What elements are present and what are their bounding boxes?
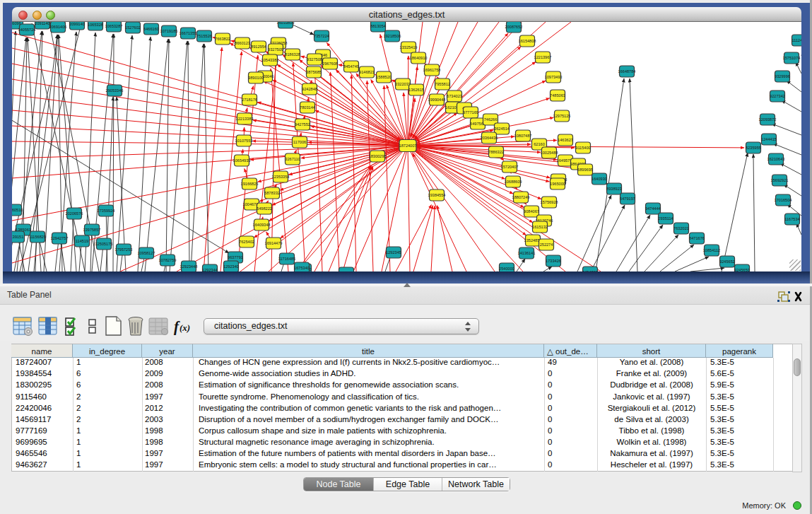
svg-text:2718176: 2718176 [242, 98, 257, 102]
svg-text:1292344: 1292344 [202, 268, 218, 271]
svg-text:6466160: 6466160 [143, 27, 159, 31]
svg-text:1463627: 1463627 [558, 138, 573, 142]
svg-text:7803144: 7803144 [300, 105, 315, 110]
svg-text:26160510: 26160510 [12, 208, 23, 212]
svg-text:1675340: 1675340 [294, 266, 310, 270]
svg-text:29053346: 29053346 [106, 88, 124, 93]
svg-text:19990448: 19990448 [428, 98, 446, 102]
svg-text:1588520: 1588520 [376, 75, 392, 79]
svg-text:9242848: 9242848 [302, 87, 317, 91]
svg-text:7886322: 7886322 [488, 150, 504, 154]
svg-text:15720407: 15720407 [501, 165, 519, 169]
svg-text:17359924: 17359924 [98, 209, 115, 213]
svg-text:9427552: 9427552 [295, 122, 310, 127]
svg-text:1640930: 1640930 [592, 177, 607, 181]
svg-text:10958127: 10958127 [138, 251, 155, 255]
svg-text:9327509: 9327509 [268, 47, 283, 52]
svg-text:16154808: 16154808 [519, 39, 536, 43]
svg-text:9737800: 9737800 [339, 271, 354, 271]
svg-text:16961758: 16961758 [423, 68, 441, 72]
svg-text:14136141: 14136141 [518, 251, 536, 255]
svg-text:16914479: 16914479 [265, 241, 283, 245]
svg-text:14055724: 14055724 [18, 28, 36, 32]
svg-text:16409348: 16409348 [253, 223, 271, 227]
svg-text:20206576: 20206576 [66, 211, 83, 216]
svg-text:19384554: 19384554 [428, 193, 446, 197]
svg-text:8454749: 8454749 [343, 64, 359, 69]
svg-text:746266: 746266 [484, 117, 498, 122]
svg-text:5878332: 5878332 [264, 191, 280, 195]
svg-text:7515526: 7515526 [196, 34, 212, 38]
svg-text:11716485: 11716485 [278, 257, 295, 261]
svg-text:8186328: 8186328 [285, 52, 300, 57]
svg-text:7625402: 7625402 [239, 240, 254, 244]
svg-text:15756928: 15756928 [541, 200, 558, 204]
svg-text:12213383: 12213383 [236, 117, 254, 121]
svg-text:19166825: 19166825 [241, 182, 259, 186]
svg-text:2967608: 2967608 [322, 62, 338, 66]
svg-text:(x): (x) [180, 322, 190, 333]
svg-text:10543382: 10543382 [261, 58, 279, 62]
svg-text:2935114: 2935114 [658, 216, 673, 221]
svg-text:12093872: 12093872 [759, 117, 777, 122]
svg-text:16033809: 16033809 [277, 22, 295, 25]
svg-text:12353354: 12353354 [272, 175, 290, 179]
svg-text:6479197: 6479197 [620, 197, 635, 201]
svg-text:10854112: 10854112 [703, 248, 720, 252]
svg-text:20087652: 20087652 [505, 25, 523, 29]
svg-text:16648784: 16648784 [618, 69, 636, 74]
svg-text:139151: 139151 [12, 235, 23, 239]
svg-text:16671355: 16671355 [180, 31, 197, 35]
svg-text:2091140: 2091140 [35, 22, 49, 25]
svg-text:10025488: 10025488 [541, 151, 558, 155]
svg-text:15751074: 15751074 [783, 56, 801, 60]
svg-text:1112400: 1112400 [792, 38, 801, 42]
svg-text:12923448: 12923448 [180, 264, 198, 269]
svg-text:16210643: 16210643 [767, 157, 785, 161]
svg-text:10653287: 10653287 [105, 24, 123, 28]
svg-text:20691406: 20691406 [49, 25, 67, 29]
svg-text:1167534: 1167534 [784, 217, 799, 221]
svg-text:10719185: 10719185 [160, 29, 178, 33]
svg-text:9890100: 9890100 [248, 76, 264, 80]
svg-text:9329996: 9329996 [775, 74, 790, 78]
svg-text:1733426: 1733426 [546, 259, 561, 263]
svg-text:13975857: 13975857 [83, 228, 101, 232]
svg-text:9084067: 9084067 [524, 209, 539, 214]
svg-text:9474444: 9474444 [645, 206, 661, 211]
svg-text:9327508: 9327508 [307, 57, 322, 62]
svg-text:8912954: 8912954 [251, 45, 266, 49]
svg-text:7663822: 7663822 [215, 37, 230, 41]
svg-text:7485063: 7485063 [550, 93, 565, 98]
svg-text:10973493: 10973493 [545, 75, 563, 79]
svg-text:1292345: 1292345 [386, 250, 401, 255]
svg-text:9777169: 9777169 [463, 110, 478, 115]
svg-text:12942757: 12942757 [51, 236, 69, 240]
svg-text:1362615: 1362615 [408, 88, 424, 92]
svg-text:8235955: 8235955 [746, 146, 761, 150]
svg-text:9227342: 9227342 [770, 94, 785, 98]
svg-text:252274: 252274 [540, 243, 553, 247]
svg-text:6734023: 6734023 [447, 94, 462, 98]
svg-text:10782759: 10782759 [159, 258, 177, 262]
svg-text:19218506: 19218506 [384, 34, 401, 38]
svg-text:13325419: 13325419 [400, 45, 418, 49]
svg-text:11156829: 11156829 [29, 235, 46, 239]
svg-text:2540000: 2540000 [499, 267, 514, 271]
svg-text:17957253: 17957253 [115, 247, 133, 252]
svg-text:10654935: 10654935 [233, 158, 251, 163]
svg-text:9245652: 9245652 [719, 259, 735, 264]
svg-text:8813054: 8813054 [370, 24, 386, 28]
svg-text:3322037: 3322037 [395, 82, 411, 86]
svg-text:62160: 62160 [534, 142, 545, 146]
svg-text:15692921: 15692921 [771, 178, 789, 182]
svg-text:10807487: 10807487 [514, 134, 532, 138]
svg-text:1244415: 1244415 [761, 137, 777, 141]
svg-text:9637791: 9637791 [228, 255, 243, 259]
svg-text:1065328: 1065328 [88, 23, 103, 27]
svg-text:1615132: 1615132 [532, 225, 548, 229]
svg-text:9115400: 9115400 [575, 146, 590, 150]
svg-text:8454700: 8454700 [582, 270, 598, 271]
svg-text:1292340: 1292340 [223, 264, 239, 269]
svg-text:6899695: 6899695 [577, 168, 593, 172]
